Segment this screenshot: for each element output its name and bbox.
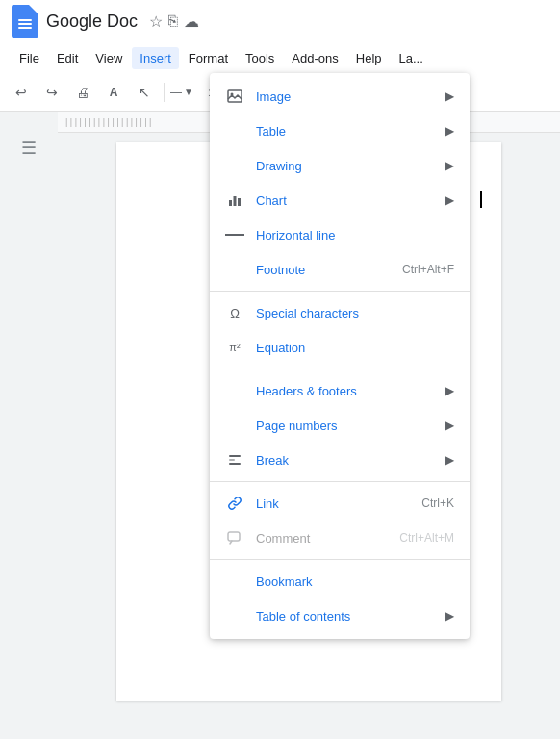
menu-item-special-characters[interactable]: Ω Special characters bbox=[210, 295, 470, 330]
link-label: Link bbox=[256, 497, 414, 511]
svg-rect-2 bbox=[229, 200, 232, 206]
image-arrow: ▶ bbox=[445, 89, 454, 103]
menu-item-headers-footers[interactable]: Headers & footers ▶ bbox=[210, 373, 470, 408]
table-of-contents-arrow: ▶ bbox=[445, 609, 454, 623]
chart-icon bbox=[225, 191, 244, 210]
menu-item-drawing[interactable]: Drawing ▶ bbox=[210, 148, 470, 183]
link-icon bbox=[225, 494, 244, 513]
menu-item-table-of-contents[interactable]: Table of contents ▶ bbox=[210, 599, 470, 633]
separator-1 bbox=[210, 291, 470, 292]
footnote-label: Footnote bbox=[256, 263, 395, 277]
svg-rect-5 bbox=[229, 455, 241, 457]
headers-footers-label: Headers & footers bbox=[256, 384, 438, 398]
break-label: Break bbox=[256, 453, 438, 468]
menu-item-table[interactable]: Table ▶ bbox=[210, 114, 470, 148]
menu-item-chart[interactable]: Chart ▶ bbox=[210, 183, 470, 217]
svg-rect-3 bbox=[234, 196, 237, 206]
comment-icon bbox=[225, 528, 244, 548]
break-icon bbox=[225, 450, 244, 470]
menu-item-comment: Comment Ctrl+Alt+M bbox=[210, 521, 470, 555]
menu-item-equation[interactable]: π² Equation bbox=[210, 330, 470, 365]
bookmark-label: Bookmark bbox=[256, 574, 454, 589]
svg-rect-8 bbox=[228, 532, 240, 541]
drawing-label: Drawing bbox=[256, 159, 438, 173]
insert-menu: Image ▶ Table ▶ Drawing ▶ Chart ▶ bbox=[210, 73, 470, 639]
separator-2 bbox=[210, 369, 470, 370]
table-arrow: ▶ bbox=[445, 124, 454, 138]
menu-item-link[interactable]: Link Ctrl+K bbox=[210, 486, 470, 521]
svg-rect-4 bbox=[238, 198, 241, 206]
image-icon bbox=[225, 87, 244, 106]
drawing-arrow: ▶ bbox=[445, 159, 454, 172]
svg-rect-6 bbox=[229, 459, 235, 461]
svg-rect-7 bbox=[229, 463, 241, 465]
menu-item-image[interactable]: Image ▶ bbox=[210, 79, 470, 114]
comment-label: Comment bbox=[256, 531, 392, 546]
equation-icon: π² bbox=[225, 338, 244, 357]
menu-item-bookmark[interactable]: Bookmark bbox=[210, 564, 470, 599]
table-label: Table bbox=[256, 124, 438, 139]
break-arrow: ▶ bbox=[445, 453, 454, 467]
headers-footers-arrow: ▶ bbox=[445, 384, 454, 397]
separator-3 bbox=[210, 481, 470, 482]
menu-item-page-numbers[interactable]: Page numbers ▶ bbox=[210, 408, 470, 443]
table-of-contents-label: Table of contents bbox=[256, 609, 438, 624]
image-label: Image bbox=[256, 89, 438, 104]
page-numbers-arrow: ▶ bbox=[445, 419, 454, 432]
link-shortcut: Ctrl+K bbox=[421, 497, 454, 510]
special-characters-label: Special characters bbox=[256, 306, 454, 320]
special-characters-icon: Ω bbox=[225, 303, 244, 322]
chart-label: Chart bbox=[256, 193, 438, 208]
chart-arrow: ▶ bbox=[445, 193, 454, 207]
menu-item-footnote[interactable]: Footnote Ctrl+Alt+F bbox=[210, 252, 470, 287]
horizontal-line-label: Horizontal line bbox=[256, 228, 454, 242]
comment-shortcut: Ctrl+Alt+M bbox=[399, 531, 454, 545]
separator-4 bbox=[210, 559, 470, 560]
equation-label: Equation bbox=[256, 341, 454, 355]
dropdown-overlay: Image ▶ Table ▶ Drawing ▶ Chart ▶ bbox=[0, 0, 560, 739]
menu-item-break[interactable]: Break ▶ bbox=[210, 443, 470, 477]
footnote-shortcut: Ctrl+Alt+F bbox=[402, 263, 454, 276]
horizontal-line-icon bbox=[225, 234, 244, 236]
menu-item-horizontal-line[interactable]: Horizontal line bbox=[210, 217, 470, 252]
page-numbers-label: Page numbers bbox=[256, 419, 438, 433]
